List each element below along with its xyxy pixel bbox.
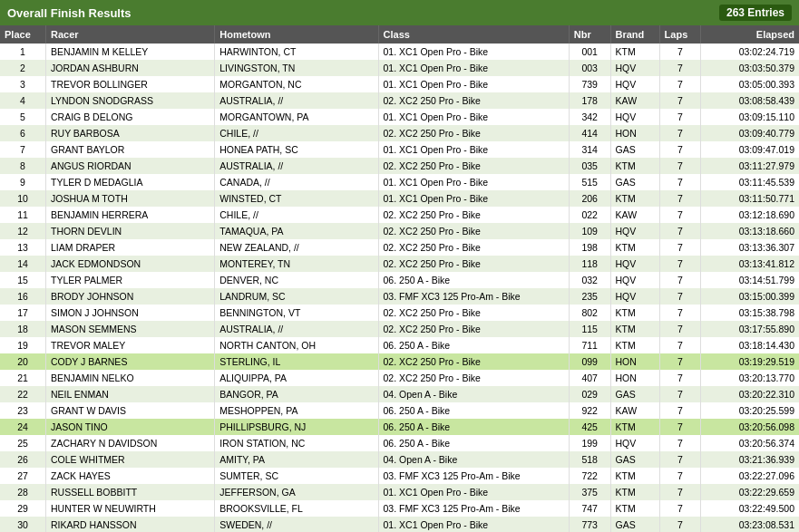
table-row: 20CODY J BARNESSTERLING, IL02. XC2 250 P… — [0, 353, 799, 370]
header-bar: Overall Finish Results 263 Entries — [0, 0, 799, 25]
table-row: 10JOSHUA M TOTHWINSTED, CT01. XC1 Open P… — [0, 190, 799, 207]
table-row: 26COLE WHITMERAMITY, PA04. Open A - Bike… — [0, 451, 799, 468]
col-header-laps: Laps — [659, 25, 701, 44]
table-row: 19TREVOR MALEYNORTH CANTON, OH06. 250 A … — [0, 337, 799, 353]
table-row: 23GRANT W DAVISMESHOPPEN, PA06. 250 A - … — [0, 402, 799, 419]
table-row: 14JACK EDMONDSONMONTEREY, TN02. XC2 250 … — [0, 256, 799, 272]
table-row: 24JASON TINOPHILLIPSBURG, NJ06. 250 A - … — [0, 419, 799, 435]
col-header-hometown: Hometown — [215, 25, 378, 44]
table-row: 3TREVOR BOLLINGERMORGANTON, NC01. XC1 Op… — [0, 76, 799, 92]
table-row: 30RIKARD HANSSONSWEDEN, //01. XC1 Open P… — [0, 517, 799, 532]
col-header-elapsed: Elapsed — [701, 25, 799, 44]
col-header-racer: Racer — [45, 25, 214, 44]
col-header-nbr: Nbr — [569, 25, 610, 44]
table-row: 16BRODY JOHNSONLANDRUM, SC03. FMF XC3 12… — [0, 288, 799, 305]
table-row: 5CRAIG B DELONGMORGANTOWN, PA01. XC1 Ope… — [0, 109, 799, 125]
table-row: 7GRANT BAYLORHONEA PATH, SC01. XC1 Open … — [0, 141, 799, 158]
table-row: 1BENJAMIN M KELLEYHARWINTON, CT01. XC1 O… — [0, 44, 799, 60]
col-header-place: Place — [0, 25, 45, 44]
results-table: Place Racer Hometown Class Nbr Brand Lap… — [0, 25, 799, 532]
table-row: 9TYLER D MEDAGLIACANADA, //01. XC1 Open … — [0, 174, 799, 190]
table-row: 17SIMON J JOHNSONBENNINGTON, VT02. XC2 2… — [0, 305, 799, 321]
table-row: 6RUY BARBOSACHILE, //02. XC2 250 Pro - B… — [0, 125, 799, 141]
table-row: 13LIAM DRAPERNEW ZEALAND, //02. XC2 250 … — [0, 239, 799, 256]
table-row: 8ANGUS RIORDANAUSTRALIA, //02. XC2 250 P… — [0, 158, 799, 174]
col-header-brand: Brand — [610, 25, 659, 44]
table-row: 21BENJAMIN NELKOALIQUIPPA, PA02. XC2 250… — [0, 370, 799, 386]
table-header-row: Place Racer Hometown Class Nbr Brand Lap… — [0, 25, 799, 44]
table-row: 25ZACHARY N DAVIDSONIRON STATION, NC06. … — [0, 435, 799, 451]
table-row: 22NEIL ENMANBANGOR, PA04. Open A - Bike0… — [0, 386, 799, 402]
table-row: 4LYNDON SNODGRASSAUSTRALIA, //02. XC2 25… — [0, 92, 799, 109]
table-row: 29HUNTER W NEUWIRTHBROOKSVILLE, FL03. FM… — [0, 500, 799, 517]
table-row: 2JORDAN ASHBURNLIVINGSTON, TN01. XC1 Ope… — [0, 60, 799, 76]
entries-badge: 263 Entries — [719, 5, 792, 21]
table-row: 15TYLER PALMERDENVER, NC06. 250 A - Bike… — [0, 272, 799, 288]
col-header-class: Class — [378, 25, 569, 44]
table-row: 18MASON SEMMENSAUSTRALIA, //02. XC2 250 … — [0, 321, 799, 337]
table-row: 12THORN DEVLINTAMAQUA, PA02. XC2 250 Pro… — [0, 223, 799, 239]
table-title: Overall Finish Results — [7, 6, 132, 20]
table-row: 27ZACK HAYESSUMTER, SC03. FMF XC3 125 Pr… — [0, 468, 799, 484]
table-row: 28RUSSELL BOBBITTJEFFERSON, GA01. XC1 Op… — [0, 484, 799, 500]
table-row: 11BENJAMIN HERRERACHILE, //02. XC2 250 P… — [0, 207, 799, 223]
